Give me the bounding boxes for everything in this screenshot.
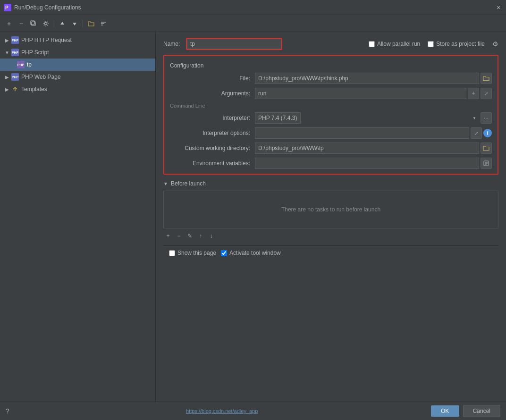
interpreter-select-wrapper: PHP 7.4 (7.4.3) [255,112,479,124]
show-page-label: Show this page [177,250,216,256]
remove-button[interactable]: − [16,18,26,29]
before-launch-edit-button[interactable]: ✎ [185,231,194,241]
interpreter-options-input[interactable] [255,127,469,139]
interpreter-options-input-group: ⤢ i [255,127,492,139]
file-label: File: [170,75,255,82]
interpreter-options-row: Interpreter options: ⤢ i [170,127,492,139]
config-section-header: Configuration [170,62,492,69]
info-button[interactable]: i [483,129,492,137]
arguments-expand-button[interactable]: ⤢ [481,88,492,99]
interpreter-options-expand-button[interactable]: ⤢ [471,127,482,139]
activate-tool-window-checkbox-label[interactable]: Activate tool window [221,250,281,256]
expand-arrow-php-web: ▶ [4,74,10,80]
file-input-group [255,73,492,84]
copy-button[interactable] [28,18,39,29]
show-page-checkbox[interactable] [169,250,175,256]
tree-label-php-http: PHP HTTP Request [21,37,72,43]
name-input[interactable] [187,39,281,49]
right-panel: Name: Allow parallel run Store as projec… [156,32,506,402]
interpreter-more-button[interactable]: ··· [481,112,492,124]
activate-tool-window-label: Activate tool window [229,250,281,256]
svg-rect-3 [31,21,34,25]
env-vars-input[interactable] [255,158,479,169]
php-web-icon: PHP [11,73,19,81]
store-project-label: Store as project file [436,41,485,47]
command-line-label: Command Line [170,103,492,109]
config-section: Configuration File: Argum [163,55,498,175]
help-button[interactable]: ? [6,407,9,415]
env-vars-row: Environment variables: [170,158,492,169]
tree-label-php-web: PHP Web Page [21,74,61,80]
arguments-input[interactable] [255,88,466,99]
add-button[interactable]: + [4,18,14,29]
store-project-checkbox-label[interactable]: Store as project file [428,41,485,47]
config-button[interactable] [41,18,51,29]
tree-item-php-web[interactable]: ▶ PHP PHP Web Page [0,71,155,83]
move-down-button[interactable] [69,18,80,29]
gear-icon[interactable]: ⚙ [492,40,498,48]
before-launch-move-up-button[interactable]: ↑ [196,231,205,241]
toolbar: + − [0,15,506,32]
before-launch-header: ▼ Before launch [163,180,498,187]
expand-arrow-php-http: ▶ [4,37,10,43]
footer-link[interactable]: https://blog.csdn.net/adley_app [186,408,258,414]
expand-arrow-templates: ▶ [4,86,10,92]
tree-item-templates[interactable]: ▶ Templates [0,83,155,95]
tree-label-tp: tp [27,61,32,68]
before-launch-toolbar: + − ✎ ↑ ↓ [163,231,498,241]
store-project-checkbox[interactable] [428,41,434,47]
sort-button[interactable] [98,18,109,29]
arguments-row: Arguments: + ⤢ [170,88,492,99]
interpreter-options-label: Interpreter options: [170,130,255,136]
arguments-label: Arguments: [170,90,255,97]
activate-tool-window-checkbox[interactable] [221,250,227,256]
allow-parallel-checkbox-label[interactable]: Allow parallel run [369,41,420,47]
ok-button[interactable]: OK [431,405,459,417]
working-dir-input[interactable] [255,143,479,154]
before-launch-move-down-button[interactable]: ↓ [207,231,216,241]
svg-point-4 [45,22,47,25]
tree-item-php-script[interactable]: ▼ PHP PHP Script [0,46,155,59]
env-vars-label: Environment variables: [170,160,255,167]
working-dir-row: Custom working directory: [170,143,492,154]
file-browse-button[interactable] [481,73,492,84]
arguments-input-group: + ⤢ [255,88,492,99]
name-label: Name: [163,41,182,47]
bottom-bar: Show this page Activate tool window [163,245,498,260]
allow-parallel-label: Allow parallel run [377,41,420,47]
app-icon: P [4,4,11,11]
separator-1 [54,20,54,27]
file-input[interactable] [255,73,479,84]
folder-button[interactable] [86,18,96,29]
templates-icon [11,85,19,93]
tree-item-tp[interactable]: PHP tp [0,59,155,71]
before-launch-label: Before launch [171,180,206,187]
tree-label-php-script: PHP Script [21,49,49,56]
header-checkboxes: Allow parallel run Store as project file… [369,40,498,48]
interpreter-label: Interpreter: [170,115,255,121]
tree-item-php-http[interactable]: ▶ PHP PHP HTTP Request [0,34,155,46]
close-button[interactable]: × [495,4,502,11]
allow-parallel-checkbox[interactable] [369,41,375,47]
before-launch-add-button[interactable]: + [163,231,173,241]
cancel-button[interactable]: Cancel [463,405,500,417]
before-launch-remove-button[interactable]: − [174,231,184,241]
arguments-add-button[interactable]: + [468,88,479,99]
separator-2 [83,20,83,27]
working-dir-input-group [255,143,492,154]
name-row: Name: Allow parallel run Store as projec… [163,38,498,50]
move-up-button[interactable] [57,18,67,29]
env-vars-edit-button[interactable] [481,158,492,169]
name-input-wrapper [186,38,282,50]
dialog-title: Run/Debug Configurations [14,4,495,11]
working-dir-browse-button[interactable] [481,143,492,154]
before-launch-empty-message: There are no tasks to run before launch [281,206,380,213]
svg-rect-2 [32,22,35,25]
tp-icon: PHP [17,61,25,68]
env-vars-input-group [255,158,492,169]
interpreter-input-group: PHP 7.4 (7.4.3) ··· [255,112,492,124]
before-launch-collapse-arrow[interactable]: ▼ [163,181,168,186]
show-page-checkbox-label[interactable]: Show this page [169,250,216,256]
svg-text:P: P [5,5,8,10]
interpreter-select[interactable]: PHP 7.4 (7.4.3) [255,112,301,124]
